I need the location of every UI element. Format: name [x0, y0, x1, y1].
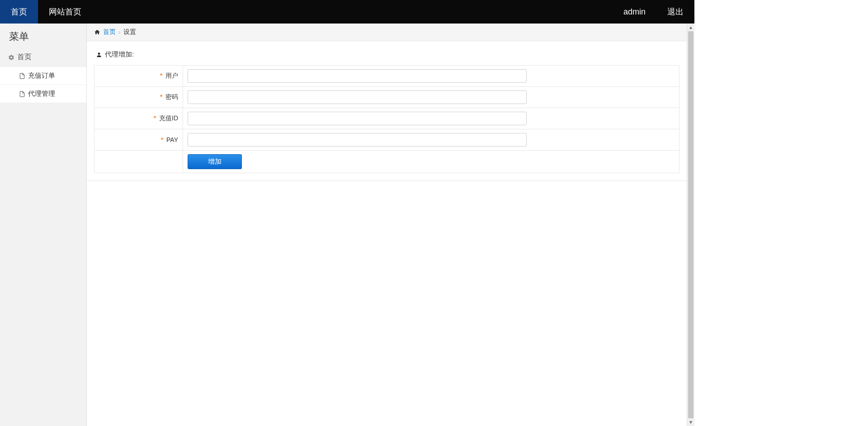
scrollbar-track[interactable] [687, 31, 694, 418]
main-content: 首页 › 设置 代理增加: * 用户 [87, 24, 687, 426]
sidebar-item-recharge-orders[interactable]: 充值订单 [0, 66, 86, 85]
nav-link-site-home-label: 网站首页 [49, 6, 81, 17]
top-navbar: 首页 网站首页 admin 退出 [0, 0, 694, 24]
sidebar-title: 菜单 [0, 24, 86, 48]
file-icon [19, 73, 25, 79]
required-mark: * [160, 137, 164, 143]
sidebar-item-label: 代理管理 [28, 90, 55, 98]
nav-logout[interactable]: 退出 [656, 0, 694, 24]
pay-input[interactable] [188, 133, 527, 147]
breadcrumb-separator: › [118, 28, 121, 36]
nav-user[interactable]: admin [613, 0, 656, 24]
scrollbar-thumb[interactable] [688, 31, 693, 418]
sidebar: 菜单 首页 充值订单 代理管理 [0, 24, 87, 426]
sidebar-item-label: 充值订单 [28, 71, 55, 80]
panel-title: 代理增加: [94, 48, 679, 65]
add-button-label: 增加 [208, 157, 222, 165]
required-mark: * [160, 94, 163, 100]
nav-logout-label: 退出 [667, 6, 684, 17]
password-input[interactable] [188, 90, 527, 104]
required-mark: * [160, 72, 163, 79]
breadcrumb-current: 设置 [123, 28, 136, 36]
scrollbar-up-arrow[interactable]: ▲ [687, 24, 694, 31]
field-label-pay: PAY [166, 136, 178, 143]
user-icon [96, 52, 102, 58]
sidebar-group-home-label: 首页 [17, 52, 32, 62]
breadcrumb: 首页 › 设置 [87, 24, 687, 41]
agent-add-form: * 用户 * 密码 [94, 65, 679, 173]
field-label-password: 密码 [165, 93, 178, 100]
breadcrumb-home-link[interactable]: 首页 [103, 28, 116, 36]
nav-user-label: admin [623, 7, 646, 17]
vertical-scrollbar[interactable]: ▲ ▼ [687, 24, 694, 426]
panel-title-text: 代理增加: [105, 50, 134, 59]
home-icon [94, 29, 100, 35]
recharge-id-input[interactable] [188, 112, 527, 125]
gear-icon [8, 54, 14, 61]
add-button[interactable]: 增加 [188, 154, 242, 169]
nav-tab-home-label: 首页 [11, 6, 27, 17]
file-icon [19, 91, 25, 97]
required-mark: * [153, 115, 156, 122]
form-panel: 代理增加: * 用户 * [87, 41, 687, 181]
svg-point-0 [98, 52, 100, 55]
field-label-recharge-id: 充值ID [159, 114, 178, 122]
user-input[interactable] [188, 69, 527, 83]
nav-link-site-home[interactable]: 网站首页 [38, 0, 92, 24]
sidebar-item-agent-manage[interactable]: 代理管理 [0, 85, 86, 103]
field-label-user: 用户 [165, 72, 178, 79]
sidebar-group-home[interactable]: 首页 [0, 48, 86, 66]
nav-tab-home[interactable]: 首页 [0, 0, 38, 24]
scrollbar-down-arrow[interactable]: ▼ [687, 418, 694, 426]
